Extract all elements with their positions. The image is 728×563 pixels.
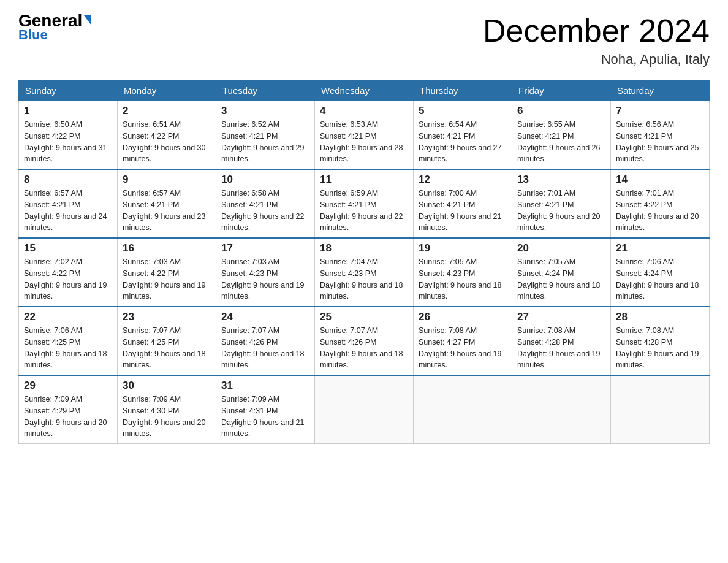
day-info: Sunrise: 7:01 AM Sunset: 4:21 PM Dayligh… xyxy=(517,188,605,234)
table-row xyxy=(611,375,710,444)
calendar-week-row: 8 Sunrise: 6:57 AM Sunset: 4:21 PM Dayli… xyxy=(19,169,710,238)
day-info: Sunrise: 6:56 AM Sunset: 4:21 PM Dayligh… xyxy=(616,119,704,165)
day-info: Sunrise: 7:09 AM Sunset: 4:30 PM Dayligh… xyxy=(123,394,211,440)
logo: General Blue xyxy=(18,12,91,43)
col-thursday: Thursday xyxy=(414,80,512,101)
day-info: Sunrise: 7:08 AM Sunset: 4:27 PM Dayligh… xyxy=(419,325,507,371)
day-number: 25 xyxy=(320,311,408,323)
day-number: 18 xyxy=(320,242,408,255)
day-info: Sunrise: 7:01 AM Sunset: 4:22 PM Dayligh… xyxy=(616,188,704,234)
col-monday: Monday xyxy=(118,80,216,101)
day-number: 11 xyxy=(320,174,408,186)
table-row: 31 Sunrise: 7:09 AM Sunset: 4:31 PM Dayl… xyxy=(216,375,315,444)
table-row: 4 Sunrise: 6:53 AM Sunset: 4:21 PM Dayli… xyxy=(315,101,414,170)
day-number: 26 xyxy=(419,311,507,323)
table-row: 10 Sunrise: 6:58 AM Sunset: 4:21 PM Dayl… xyxy=(216,169,315,238)
day-number: 31 xyxy=(221,380,309,392)
table-row: 30 Sunrise: 7:09 AM Sunset: 4:30 PM Dayl… xyxy=(118,375,216,444)
table-row: 26 Sunrise: 7:08 AM Sunset: 4:27 PM Dayl… xyxy=(414,307,512,375)
day-number: 14 xyxy=(616,174,704,186)
day-info: Sunrise: 7:09 AM Sunset: 4:31 PM Dayligh… xyxy=(221,394,309,440)
day-number: 3 xyxy=(221,105,309,117)
calendar-week-row: 1 Sunrise: 6:50 AM Sunset: 4:22 PM Dayli… xyxy=(19,101,710,170)
day-info: Sunrise: 7:03 AM Sunset: 4:22 PM Dayligh… xyxy=(123,256,211,302)
day-info: Sunrise: 7:07 AM Sunset: 4:25 PM Dayligh… xyxy=(123,325,211,371)
table-row: 2 Sunrise: 6:51 AM Sunset: 4:22 PM Dayli… xyxy=(118,101,216,170)
table-row: 8 Sunrise: 6:57 AM Sunset: 4:21 PM Dayli… xyxy=(19,169,118,238)
table-row xyxy=(315,375,414,444)
col-wednesday: Wednesday xyxy=(315,80,414,101)
table-row: 29 Sunrise: 7:09 AM Sunset: 4:29 PM Dayl… xyxy=(19,375,118,444)
day-number: 22 xyxy=(24,311,112,323)
day-number: 27 xyxy=(517,311,605,323)
day-info: Sunrise: 7:05 AM Sunset: 4:24 PM Dayligh… xyxy=(517,256,605,302)
calendar-week-row: 15 Sunrise: 7:02 AM Sunset: 4:22 PM Dayl… xyxy=(19,238,710,307)
col-saturday: Saturday xyxy=(611,80,710,101)
table-row: 19 Sunrise: 7:05 AM Sunset: 4:23 PM Dayl… xyxy=(414,238,512,307)
day-number: 13 xyxy=(517,174,605,186)
table-row: 18 Sunrise: 7:04 AM Sunset: 4:23 PM Dayl… xyxy=(315,238,414,307)
table-row: 6 Sunrise: 6:55 AM Sunset: 4:21 PM Dayli… xyxy=(512,101,611,170)
day-number: 4 xyxy=(320,105,408,117)
table-row: 25 Sunrise: 7:07 AM Sunset: 4:26 PM Dayl… xyxy=(315,307,414,375)
table-row: 15 Sunrise: 7:02 AM Sunset: 4:22 PM Dayl… xyxy=(19,238,118,307)
day-info: Sunrise: 6:55 AM Sunset: 4:21 PM Dayligh… xyxy=(517,119,605,165)
table-row: 9 Sunrise: 6:57 AM Sunset: 4:21 PM Dayli… xyxy=(118,169,216,238)
day-number: 21 xyxy=(616,242,704,255)
table-row: 5 Sunrise: 6:54 AM Sunset: 4:21 PM Dayli… xyxy=(414,101,512,170)
header-row: Sunday Monday Tuesday Wednesday Thursday… xyxy=(19,80,710,101)
table-row: 12 Sunrise: 7:00 AM Sunset: 4:21 PM Dayl… xyxy=(414,169,512,238)
table-row: 11 Sunrise: 6:59 AM Sunset: 4:21 PM Dayl… xyxy=(315,169,414,238)
day-info: Sunrise: 7:04 AM Sunset: 4:23 PM Dayligh… xyxy=(320,256,408,302)
table-row: 3 Sunrise: 6:52 AM Sunset: 4:21 PM Dayli… xyxy=(216,101,315,170)
day-info: Sunrise: 6:50 AM Sunset: 4:22 PM Dayligh… xyxy=(24,119,112,165)
calendar-subtitle: Noha, Apulia, Italy xyxy=(483,52,710,67)
day-info: Sunrise: 7:02 AM Sunset: 4:22 PM Dayligh… xyxy=(24,256,112,302)
calendar-week-row: 22 Sunrise: 7:06 AM Sunset: 4:25 PM Dayl… xyxy=(19,307,710,375)
calendar-table: Sunday Monday Tuesday Wednesday Thursday… xyxy=(18,80,710,444)
day-info: Sunrise: 6:57 AM Sunset: 4:21 PM Dayligh… xyxy=(123,188,211,234)
table-row: 27 Sunrise: 7:08 AM Sunset: 4:28 PM Dayl… xyxy=(512,307,611,375)
day-info: Sunrise: 6:51 AM Sunset: 4:22 PM Dayligh… xyxy=(123,119,211,165)
day-info: Sunrise: 7:05 AM Sunset: 4:23 PM Dayligh… xyxy=(419,256,507,302)
day-info: Sunrise: 7:07 AM Sunset: 4:26 PM Dayligh… xyxy=(221,325,309,371)
day-info: Sunrise: 7:09 AM Sunset: 4:29 PM Dayligh… xyxy=(24,394,112,440)
day-number: 30 xyxy=(123,380,211,392)
day-number: 19 xyxy=(419,242,507,255)
col-tuesday: Tuesday xyxy=(216,80,315,101)
col-sunday: Sunday xyxy=(19,80,118,101)
table-row: 28 Sunrise: 7:08 AM Sunset: 4:28 PM Dayl… xyxy=(611,307,710,375)
day-info: Sunrise: 6:57 AM Sunset: 4:21 PM Dayligh… xyxy=(24,188,112,234)
day-info: Sunrise: 7:03 AM Sunset: 4:23 PM Dayligh… xyxy=(221,256,309,302)
day-number: 29 xyxy=(24,380,112,392)
day-number: 9 xyxy=(123,174,211,186)
col-friday: Friday xyxy=(512,80,611,101)
table-row: 1 Sunrise: 6:50 AM Sunset: 4:22 PM Dayli… xyxy=(19,101,118,170)
day-number: 17 xyxy=(221,242,309,255)
table-row: 13 Sunrise: 7:01 AM Sunset: 4:21 PM Dayl… xyxy=(512,169,611,238)
day-info: Sunrise: 7:00 AM Sunset: 4:21 PM Dayligh… xyxy=(419,188,507,234)
day-info: Sunrise: 7:08 AM Sunset: 4:28 PM Dayligh… xyxy=(616,325,704,371)
calendar-week-row: 29 Sunrise: 7:09 AM Sunset: 4:29 PM Dayl… xyxy=(19,375,710,444)
page-header: General Blue December 2024 Noha, Apulia,… xyxy=(18,12,710,67)
table-row: 14 Sunrise: 7:01 AM Sunset: 4:22 PM Dayl… xyxy=(611,169,710,238)
table-row: 16 Sunrise: 7:03 AM Sunset: 4:22 PM Dayl… xyxy=(118,238,216,307)
day-number: 7 xyxy=(616,105,704,117)
title-area: December 2024 Noha, Apulia, Italy xyxy=(483,12,710,67)
day-number: 12 xyxy=(419,174,507,186)
day-info: Sunrise: 7:06 AM Sunset: 4:24 PM Dayligh… xyxy=(616,256,704,302)
table-row: 7 Sunrise: 6:56 AM Sunset: 4:21 PM Dayli… xyxy=(611,101,710,170)
day-info: Sunrise: 6:52 AM Sunset: 4:21 PM Dayligh… xyxy=(221,119,309,165)
day-number: 16 xyxy=(123,242,211,255)
day-number: 20 xyxy=(517,242,605,255)
day-info: Sunrise: 7:08 AM Sunset: 4:28 PM Dayligh… xyxy=(517,325,605,371)
logo-triangle-icon xyxy=(84,15,91,25)
day-number: 10 xyxy=(221,174,309,186)
table-row: 21 Sunrise: 7:06 AM Sunset: 4:24 PM Dayl… xyxy=(611,238,710,307)
day-number: 5 xyxy=(419,105,507,117)
table-row: 22 Sunrise: 7:06 AM Sunset: 4:25 PM Dayl… xyxy=(19,307,118,375)
day-info: Sunrise: 7:07 AM Sunset: 4:26 PM Dayligh… xyxy=(320,325,408,371)
day-number: 15 xyxy=(24,242,112,255)
day-number: 28 xyxy=(616,311,704,323)
day-number: 24 xyxy=(221,311,309,323)
